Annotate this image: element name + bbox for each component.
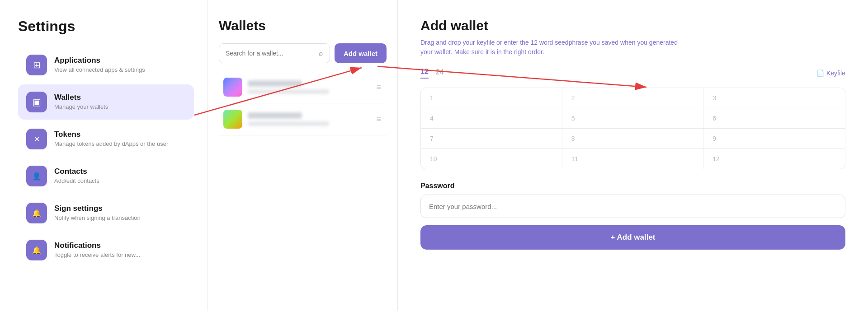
add-wallet-description: Drag and drop your keyfile or enter the … bbox=[420, 38, 692, 57]
seed-phrase-grid: 1 2 3 4 5 6 7 8 bbox=[420, 88, 845, 169]
wallet-avatar bbox=[223, 78, 242, 97]
seed-word-11[interactable] bbox=[584, 155, 694, 162]
wallets-text: Wallets Manage your wallets bbox=[54, 93, 108, 111]
wallet-item[interactable]: ≡ bbox=[219, 103, 387, 135]
password-label: Password bbox=[420, 182, 845, 190]
wallets-label: Wallets bbox=[54, 93, 108, 102]
seed-word-7[interactable] bbox=[443, 135, 553, 142]
tokens-sub: Manage tokens added by dApps or the user bbox=[54, 140, 168, 148]
seed-cell-1[interactable]: 1 bbox=[421, 88, 562, 108]
wallets-sub: Manage your wallets bbox=[54, 103, 108, 111]
seed-word-12[interactable] bbox=[725, 155, 836, 162]
contacts-icon: 👤 bbox=[26, 166, 47, 186]
seed-cell-3[interactable]: 3 bbox=[703, 88, 845, 108]
wallet-name-blurred bbox=[248, 80, 302, 87]
seed-cell-5[interactable]: 5 bbox=[562, 108, 704, 129]
submit-add-wallet-button[interactable]: + Add wallet bbox=[420, 225, 845, 250]
seed-word-1[interactable] bbox=[443, 94, 553, 102]
seed-cell-7[interactable]: 7 bbox=[421, 129, 562, 149]
wallet-info bbox=[248, 80, 371, 94]
applications-sub: View all connected apps & settings bbox=[54, 66, 145, 74]
tokens-label: Tokens bbox=[54, 130, 168, 139]
contacts-label: Contacts bbox=[54, 167, 99, 176]
wallet-search-row: ⌕ Add wallet bbox=[219, 43, 387, 63]
wallet-search-box[interactable]: ⌕ bbox=[219, 43, 330, 63]
add-wallet-button[interactable]: Add wallet bbox=[335, 43, 387, 63]
wallet-address-blurred bbox=[248, 89, 329, 94]
wallet-item[interactable]: ≡ bbox=[219, 71, 387, 103]
keyfile-link[interactable]: 📄 Keyfile bbox=[816, 70, 845, 77]
sidebar-item-notifications[interactable]: 🔔 Notifications Toggle to receive alerts… bbox=[18, 232, 194, 268]
notifications-text: Notifications Toggle to receive alerts f… bbox=[54, 241, 140, 259]
seed-word-6[interactable] bbox=[725, 115, 836, 122]
notifications-icon: 🔔 bbox=[26, 240, 47, 260]
sidebar-item-tokens[interactable]: ✕ Tokens Manage tokens added by dApps or… bbox=[18, 121, 194, 157]
seed-word-8[interactable] bbox=[584, 135, 694, 142]
seed-cell-9[interactable]: 9 bbox=[703, 129, 845, 149]
wallet-menu-icon[interactable]: ≡ bbox=[376, 83, 382, 92]
contacts-sub: Add/edit contacts bbox=[54, 177, 99, 185]
sign-settings-text: Sign settings Notify when signing a tran… bbox=[54, 204, 141, 222]
wallet-name-blurred bbox=[248, 112, 302, 119]
search-icon: ⌕ bbox=[319, 49, 323, 57]
wallets-panel: Wallets ⌕ Add wallet ≡ ≡ bbox=[208, 0, 398, 311]
seed-cell-10[interactable]: 10 bbox=[421, 149, 562, 169]
seed-word-5[interactable] bbox=[584, 115, 694, 122]
seed-cell-12[interactable]: 12 bbox=[703, 149, 845, 169]
keyfile-label: Keyfile bbox=[826, 70, 845, 77]
seed-word-3[interactable] bbox=[725, 94, 836, 102]
sidebar-item-sign-settings[interactable]: 🔔 Sign settings Notify when signing a tr… bbox=[18, 195, 194, 231]
seed-word-2[interactable] bbox=[584, 94, 694, 102]
wallet-info bbox=[248, 112, 371, 126]
seed-word-9[interactable] bbox=[725, 135, 836, 142]
add-wallet-title: Add wallet bbox=[420, 18, 845, 33]
password-input[interactable] bbox=[420, 195, 845, 218]
tab-24-words[interactable]: 24 bbox=[436, 68, 444, 78]
add-wallet-panel: Add wallet Drag and drop your keyfile or… bbox=[398, 0, 868, 311]
sign-settings-icon: 🔔 bbox=[26, 203, 47, 223]
applications-label: Applications bbox=[54, 56, 145, 65]
seed-cell-8[interactable]: 8 bbox=[562, 129, 704, 149]
tab-12-words[interactable]: 12 bbox=[420, 68, 429, 79]
notifications-label: Notifications bbox=[54, 241, 140, 250]
seed-word-10[interactable] bbox=[443, 155, 553, 162]
seed-cell-6[interactable]: 6 bbox=[703, 108, 845, 129]
wallets-icon: ▣ bbox=[26, 92, 47, 112]
wallet-search-input[interactable] bbox=[226, 50, 319, 57]
file-icon: 📄 bbox=[816, 70, 824, 77]
settings-title: Settings bbox=[18, 18, 194, 35]
seed-cell-11[interactable]: 11 bbox=[562, 149, 704, 169]
seed-cell-4[interactable]: 4 bbox=[421, 108, 562, 129]
sidebar-item-wallets[interactable]: ▣ Wallets Manage your wallets bbox=[18, 84, 194, 120]
notifications-sub: Toggle to receive alerts for new... bbox=[54, 251, 140, 259]
tokens-text: Tokens Manage tokens added by dApps or t… bbox=[54, 130, 168, 148]
wallet-menu-icon[interactable]: ≡ bbox=[376, 115, 382, 124]
sign-settings-sub: Notify when signing a transaction bbox=[54, 214, 141, 222]
wallets-title: Wallets bbox=[219, 18, 387, 33]
contacts-text: Contacts Add/edit contacts bbox=[54, 167, 99, 185]
tokens-icon: ✕ bbox=[26, 129, 47, 149]
sidebar-item-contacts[interactable]: 👤 Contacts Add/edit contacts bbox=[18, 158, 194, 194]
seed-cell-2[interactable]: 2 bbox=[562, 88, 704, 108]
settings-panel: Settings ⊞ Applications View all connect… bbox=[0, 0, 208, 311]
seed-word-4[interactable] bbox=[443, 115, 553, 122]
applications-text: Applications View all connected apps & s… bbox=[54, 56, 145, 74]
wallet-avatar bbox=[223, 110, 242, 129]
seed-phrase-tabs: 12 24 📄 Keyfile bbox=[420, 68, 845, 79]
wallet-address-blurred bbox=[248, 121, 329, 126]
sign-settings-label: Sign settings bbox=[54, 204, 141, 213]
sidebar-item-applications[interactable]: ⊞ Applications View all connected apps &… bbox=[18, 47, 194, 83]
applications-icon: ⊞ bbox=[26, 55, 47, 75]
